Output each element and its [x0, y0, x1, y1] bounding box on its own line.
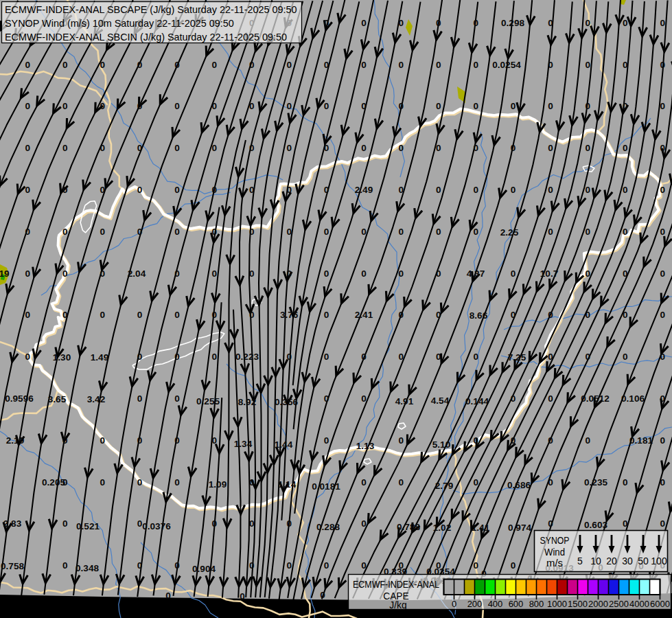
svg-text:0: 0	[399, 101, 404, 111]
svg-text:1.13: 1.13	[356, 441, 375, 451]
svg-text:0: 0	[249, 560, 255, 571]
svg-text:1.09: 1.09	[209, 479, 227, 490]
svg-text:0: 0	[361, 352, 367, 362]
svg-text:SYNOP Wind (m/s) 10m Saturday: SYNOP Wind (m/s) 10m Saturday 22-11-2025…	[5, 18, 234, 29]
svg-text:0: 0	[174, 143, 180, 153]
svg-text:0: 0	[212, 518, 218, 529]
svg-text:0.0376: 0.0376	[142, 521, 171, 531]
svg-text:0: 0	[473, 101, 478, 111]
svg-text:0: 0	[511, 268, 516, 279]
svg-text:0: 0	[361, 477, 367, 488]
svg-text:0: 0	[137, 352, 143, 362]
svg-text:0: 0	[473, 60, 478, 70]
svg-text:0.356: 0.356	[275, 397, 298, 407]
svg-text:0.904: 0.904	[192, 564, 216, 574]
svg-text:2.04: 2.04	[128, 268, 146, 279]
svg-text:0: 0	[473, 560, 478, 571]
svg-text:0: 0	[548, 393, 553, 404]
svg-text:7.25: 7.25	[508, 352, 526, 363]
svg-text:0: 0	[249, 101, 255, 111]
svg-text:0: 0	[361, 60, 367, 70]
svg-text:0: 0	[212, 227, 218, 237]
svg-text:0: 0	[660, 477, 665, 488]
svg-text:0: 0	[436, 185, 441, 195]
svg-text:0: 0	[249, 227, 255, 237]
svg-text:3.65: 3.65	[48, 394, 67, 404]
svg-text:0: 0	[660, 310, 665, 320]
svg-text:0: 0	[25, 185, 31, 195]
svg-text:0: 0	[436, 143, 441, 153]
svg-text:600: 600	[509, 599, 524, 609]
svg-text:0.788: 0.788	[397, 522, 420, 532]
svg-text:0: 0	[249, 143, 255, 153]
svg-text:0: 0	[660, 268, 665, 279]
svg-text:0: 0	[586, 101, 591, 111]
svg-text:2.25: 2.25	[500, 227, 519, 238]
svg-text:0: 0	[660, 393, 665, 404]
svg-text:0.106: 0.106	[621, 393, 645, 404]
svg-text:0: 0	[586, 435, 591, 446]
svg-text:1000: 1000	[547, 599, 567, 609]
svg-text:0: 0	[586, 227, 591, 237]
svg-text:1.34: 1.34	[234, 439, 253, 449]
svg-text:0: 0	[174, 560, 180, 571]
svg-text:0: 0	[361, 518, 367, 529]
svg-text:m/s: m/s	[546, 558, 563, 569]
svg-text:0: 0	[100, 101, 105, 111]
svg-text:0: 0	[286, 143, 292, 153]
svg-text:0: 0	[586, 268, 591, 279]
svg-text:0: 0	[174, 268, 180, 279]
svg-text:2.49: 2.49	[355, 185, 373, 195]
svg-text:4.91: 4.91	[395, 396, 414, 407]
svg-text:0: 0	[660, 518, 665, 529]
svg-text:0.0254: 0.0254	[492, 60, 521, 70]
svg-text:SYNOP: SYNOP	[540, 535, 570, 546]
svg-text:2500: 2500	[609, 599, 629, 609]
svg-text:0: 0	[240, 591, 245, 602]
svg-text:0: 0	[361, 393, 367, 404]
svg-text:3.76: 3.76	[280, 310, 299, 320]
svg-text:0: 0	[100, 310, 105, 320]
svg-text:0: 0	[324, 101, 329, 111]
svg-text:0: 0	[586, 18, 591, 28]
svg-text:0: 0	[212, 185, 218, 195]
svg-text:0: 0	[436, 227, 441, 237]
svg-text:4.37: 4.37	[467, 268, 485, 279]
svg-text:0: 0	[174, 185, 180, 195]
svg-text:0: 0	[660, 185, 665, 195]
svg-text:0: 0	[324, 143, 329, 153]
svg-text:2.41: 2.41	[355, 310, 373, 320]
svg-text:1.14: 1.14	[278, 479, 297, 490]
svg-text:0: 0	[324, 560, 329, 571]
svg-text:5.10: 5.10	[432, 439, 450, 450]
svg-text:0: 0	[548, 101, 553, 111]
svg-text:0: 0	[399, 310, 404, 320]
svg-text:0: 0	[137, 477, 143, 488]
svg-text:19: 19	[0, 268, 10, 279]
svg-text:0: 0	[100, 143, 105, 153]
svg-text:0.348: 0.348	[76, 563, 99, 573]
svg-text:0: 0	[320, 590, 325, 600]
svg-text:0: 0	[100, 268, 105, 279]
svg-text:0: 0	[473, 352, 478, 362]
svg-text:8.66: 8.66	[470, 310, 488, 321]
svg-text:0: 0	[174, 393, 180, 404]
svg-text:0: 0	[174, 310, 180, 320]
svg-text:0: 0	[100, 60, 105, 70]
svg-text:6000: 6000	[650, 599, 670, 609]
svg-text:0: 0	[436, 268, 441, 279]
svg-text:0: 0	[660, 352, 665, 362]
svg-text:200: 200	[467, 599, 483, 609]
svg-text:0: 0	[399, 477, 404, 488]
svg-text:0: 0	[137, 310, 143, 320]
svg-text:0: 0	[660, 60, 665, 70]
svg-text:0: 0	[25, 352, 31, 362]
svg-text:0: 0	[361, 18, 367, 28]
svg-text:0: 0	[286, 352, 292, 362]
svg-text:0: 0	[324, 310, 329, 320]
svg-text:30: 30	[622, 556, 633, 566]
svg-text:0: 0	[62, 185, 68, 195]
svg-text:0: 0	[623, 477, 628, 488]
svg-text:0: 0	[25, 268, 31, 279]
svg-text:10.7: 10.7	[540, 268, 558, 279]
